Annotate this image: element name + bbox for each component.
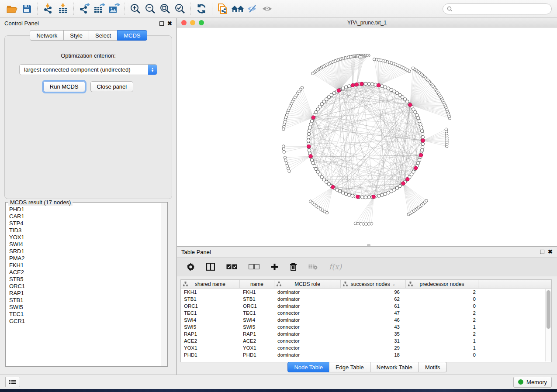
search-field[interactable] bbox=[443, 3, 552, 14]
duplicate-network-icon[interactable] bbox=[215, 2, 230, 16]
mcds-result-item[interactable]: STP4 bbox=[9, 220, 165, 227]
table-row[interactable]: ORC1ORC1dominator610 bbox=[181, 303, 551, 309]
mcds-result-item[interactable]: SRD1 bbox=[9, 248, 165, 255]
function-builder-icon: f(x) bbox=[329, 262, 342, 271]
import-table-icon[interactable] bbox=[55, 2, 70, 16]
search-input[interactable] bbox=[455, 6, 547, 12]
window-close-light[interactable] bbox=[181, 20, 187, 25]
export-table-icon[interactable] bbox=[92, 2, 107, 16]
close-panel-button[interactable]: Close panel bbox=[90, 81, 134, 92]
export-image-icon[interactable] bbox=[107, 2, 121, 16]
tab-node-table[interactable]: Node Table bbox=[287, 362, 329, 372]
node-table: shared namenameMCDS rolesuccessor nodes⌄… bbox=[180, 279, 552, 362]
zoom-selected-icon[interactable] bbox=[173, 2, 187, 16]
mcds-result-title: MCDS result (17 nodes) bbox=[8, 199, 73, 206]
column-header-name[interactable]: name bbox=[240, 280, 274, 288]
network-graph[interactable] bbox=[177, 28, 556, 246]
memory-button-label: Memory bbox=[526, 379, 547, 385]
mcds-result-item[interactable]: CAR1 bbox=[9, 213, 165, 220]
table-scrollbar[interactable] bbox=[545, 289, 551, 361]
deselect-all-checkboxes-icon[interactable] bbox=[249, 264, 259, 269]
mcds-result-item[interactable]: SWI5 bbox=[9, 304, 165, 311]
mcds-result-item[interactable]: PMA2 bbox=[9, 255, 165, 262]
tab-mcds[interactable]: MCDS bbox=[117, 30, 147, 41]
mcds-result-item[interactable]: STB1 bbox=[9, 297, 165, 304]
tab-select[interactable]: Select bbox=[89, 30, 118, 41]
cell-shared-name: RAP1 bbox=[181, 331, 240, 337]
table-row[interactable]: ACE2ACE2connector311 bbox=[181, 337, 551, 344]
gear-icon[interactable] bbox=[187, 263, 195, 271]
memory-button[interactable]: Memory bbox=[513, 377, 552, 388]
cell-shared-name: STB1 bbox=[181, 296, 240, 302]
cell-MCDS-role: connector bbox=[274, 310, 341, 316]
mcds-result-item[interactable]: SWI4 bbox=[9, 241, 165, 248]
sort-desc-icon: ⌄ bbox=[392, 282, 396, 286]
delete-table-icon bbox=[308, 264, 318, 270]
delete-column-icon[interactable] bbox=[290, 263, 297, 271]
show-all-icon[interactable] bbox=[260, 2, 275, 16]
zoom-fit-icon[interactable] bbox=[158, 2, 173, 16]
mcds-result-item[interactable]: GCR1 bbox=[9, 318, 165, 325]
tab-style[interactable]: Style bbox=[63, 30, 89, 41]
add-column-icon[interactable] bbox=[271, 263, 278, 271]
memory-status-icon bbox=[518, 379, 523, 385]
table-row[interactable]: TEC1TEC1connector472 bbox=[181, 309, 551, 316]
column-header-predecessor-nodes[interactable]: predecessor nodes bbox=[406, 280, 478, 288]
cell-successor-nodes: 43 bbox=[341, 324, 406, 330]
mcds-result-item[interactable]: RAP1 bbox=[9, 290, 165, 297]
window-minimize-light[interactable] bbox=[190, 20, 195, 25]
table-row[interactable]: SWI4SWI4dominator462 bbox=[181, 316, 551, 323]
show-panels-button[interactable] bbox=[5, 377, 20, 387]
zoom-out-icon[interactable] bbox=[143, 2, 158, 16]
column-header-successor-nodes[interactable]: successor nodes⌄ bbox=[341, 280, 406, 288]
import-network-icon[interactable] bbox=[41, 2, 55, 16]
cell-successor-nodes: 35 bbox=[341, 331, 406, 337]
table-row[interactable]: RAP1RAP1dominator352 bbox=[181, 330, 551, 337]
mcds-result-item[interactable]: STB5 bbox=[9, 276, 165, 283]
main-toolbar bbox=[0, 0, 557, 18]
cell-predecessor-nodes: 0 bbox=[406, 303, 478, 309]
mcds-result-list[interactable]: PHD1CAR1STP4TID3YOX1SWI4SRD1PMA2FKH1ACE2… bbox=[6, 203, 167, 363]
hide-selected-icon[interactable] bbox=[245, 2, 260, 16]
export-network-icon[interactable] bbox=[77, 2, 92, 16]
tab-network[interactable]: Network bbox=[30, 30, 64, 41]
zoom-in-icon[interactable] bbox=[128, 2, 143, 16]
table-row[interactable]: SWI5SWI5connector431 bbox=[181, 323, 551, 330]
tab-motifs[interactable]: Motifs bbox=[419, 362, 447, 372]
open-file-icon[interactable] bbox=[4, 2, 19, 16]
mcds-result-item[interactable]: TEC1 bbox=[9, 311, 165, 318]
table-panel-float-icon[interactable] bbox=[540, 250, 544, 254]
table-scrollbar-thumb[interactable] bbox=[547, 290, 550, 329]
control-panel-close-icon[interactable]: ✖ bbox=[167, 21, 172, 26]
control-panel-float-icon[interactable] bbox=[159, 21, 164, 26]
mcds-result-item[interactable]: TID3 bbox=[9, 227, 165, 234]
mcds-result-item[interactable]: YOX1 bbox=[9, 234, 165, 241]
run-mcds-button[interactable]: Run MCDS bbox=[43, 81, 85, 92]
table-row[interactable]: PHD1PHD1dominator180 bbox=[181, 351, 551, 358]
network-window: YPA_prune.txt_1 bbox=[177, 18, 557, 246]
mcds-result-item[interactable]: FKH1 bbox=[9, 262, 165, 269]
save-session-icon[interactable] bbox=[19, 2, 34, 16]
table-panel-close-icon[interactable]: ✖ bbox=[548, 250, 553, 254]
mcds-result-item[interactable]: PHD1 bbox=[9, 206, 165, 213]
cell-predecessor-nodes: 2 bbox=[406, 317, 478, 323]
mcds-result-scrollbar[interactable] bbox=[161, 203, 167, 366]
table-row[interactable]: YOX1YOX1connector291 bbox=[181, 344, 551, 351]
table-row[interactable]: FKH1FKH1dominator962 bbox=[181, 289, 551, 296]
column-header-MCDS-role[interactable]: MCDS role bbox=[274, 280, 341, 288]
select-all-checkboxes-icon[interactable] bbox=[226, 264, 237, 269]
window-maximize-light[interactable] bbox=[199, 20, 204, 25]
mcds-result-item[interactable]: ORC1 bbox=[9, 283, 165, 290]
cell-shared-name: FKH1 bbox=[181, 289, 240, 295]
first-neighbors-icon[interactable] bbox=[230, 2, 245, 16]
table-row[interactable]: STB1STB1dominator620 bbox=[181, 296, 551, 303]
tab-edge-table[interactable]: Edge Table bbox=[329, 362, 370, 372]
network-window-titlebar[interactable]: YPA_prune.txt_1 bbox=[177, 18, 557, 28]
network-canvas[interactable] bbox=[177, 28, 557, 246]
column-header-shared-name[interactable]: shared name bbox=[181, 280, 240, 288]
tab-network-table[interactable]: Network Table bbox=[370, 362, 419, 372]
columns-icon[interactable] bbox=[206, 263, 215, 271]
mcds-result-item[interactable]: ACE2 bbox=[9, 269, 165, 276]
refresh-view-icon[interactable] bbox=[194, 2, 209, 16]
optimization-criterion-select[interactable]: largest connected component (undirected)… bbox=[19, 64, 157, 75]
